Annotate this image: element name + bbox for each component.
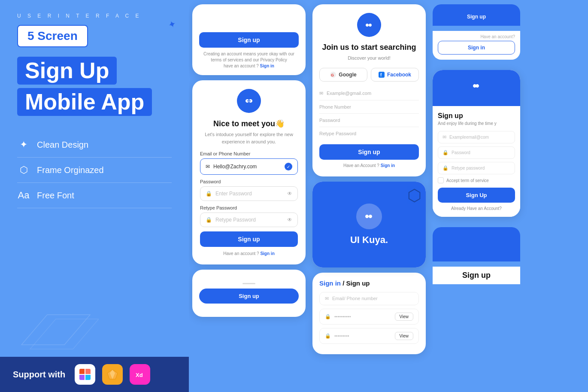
feature-item-clean: ✦ Clean Design <box>17 132 172 158</box>
xd-icon: Xd <box>130 364 150 385</box>
phone-column-2: Join us to start searching Discover your… <box>309 0 429 392</box>
left-panel: U S E R I N T E R F A C E 5 Screen ✦ Sig… <box>0 0 189 392</box>
view-btn-1[interactable]: View <box>395 313 414 321</box>
free-font-label: Free Font <box>37 191 74 201</box>
card-top-blue-strip: Sign up <box>433 4 520 26</box>
sign-up-title: Sign Up <box>17 57 117 85</box>
sketch-icon <box>102 364 123 385</box>
checkbox-row: Accept term of service <box>438 177 515 183</box>
screen-badge: 5 Screen <box>17 25 88 47</box>
sparkle-icon: ✦ <box>17 139 30 150</box>
lock-icon-signin: 🔒 <box>325 314 331 319</box>
phone-field-3[interactable]: Phone Number <box>319 100 419 114</box>
mobile-app-title: Mobile App <box>17 88 152 116</box>
svg-text:Xd: Xd <box>136 372 143 378</box>
card-partial-top: Sign up Creating an account means youre … <box>192 4 306 75</box>
lock-icon-right-2: 🔒 <box>443 165 449 171</box>
features-list: ✦ Clean Design ⬡ Frame Orginazed Aa Free… <box>17 132 172 208</box>
cube-deco: ⬡ <box>407 186 421 205</box>
have-account-3: Have an Account ? Sign in <box>319 163 419 168</box>
bottom-bar: Support with Xd <box>0 357 189 392</box>
retype-signin-field[interactable]: 🔒 ••••••••• View <box>319 328 419 344</box>
lock-icon-signin-2: 🔒 <box>325 333 331 339</box>
eye-icon-retype-2: 👁 <box>287 217 292 223</box>
feature-item-frame: ⬡ Frame Orginazed <box>17 158 172 183</box>
password-field-3[interactable]: Password <box>319 114 419 127</box>
mini-line <box>242 283 255 284</box>
card-title-2: Nice to meet you👋 <box>200 119 298 128</box>
envelope-icon-2: ✉ <box>206 164 210 170</box>
facebook-btn[interactable]: f Facebook <box>371 68 419 82</box>
card-ui-kuya: UI Kuya. ⬡ <box>312 182 426 267</box>
layers-icon: ⬡ <box>17 164 30 176</box>
signup-bottom-title: Sign up <box>438 271 515 280</box>
footer-text-1: Creating an account means youre okay wit… <box>199 51 299 69</box>
card-top-white-strip: Have an account? Sign in <box>433 31 520 60</box>
right-card-sub: And enjoy life during the time y <box>438 121 515 126</box>
feature-item-font: Aa Free Font <box>17 183 172 208</box>
email-right-field[interactable]: ✉ Exampleemail@com <box>438 131 515 143</box>
lock-icon-right: 🔒 <box>443 150 449 155</box>
social-buttons: G Google f Facebook <box>319 68 419 82</box>
already-text: Already Have an Account? <box>438 206 515 211</box>
envelope-icon-right: ✉ <box>443 134 446 140</box>
right-panels: Sign up Creating an account means youre … <box>189 0 588 392</box>
signup-btn-right[interactable]: Sign Up <box>438 188 515 203</box>
kuya-title: UI Kuya. <box>350 234 388 246</box>
retype-right-field[interactable]: 🔒 Retype password <box>438 162 515 174</box>
title-block: Sign Up Mobile App <box>17 57 172 116</box>
password-input-2[interactable]: 🔒 Enter Password 👁 <box>200 186 298 201</box>
signup-button-1[interactable]: Sign up <box>199 32 299 48</box>
email-label-2: Email or Phone Number <box>200 151 298 156</box>
view-btn-2[interactable]: View <box>395 332 414 340</box>
card-signin: Sign in / Sign up ✉ Email/ Phone number … <box>312 273 426 354</box>
partial-signup-btn[interactable]: Sign up <box>199 289 299 304</box>
accept-checkbox[interactable] <box>438 177 444 183</box>
signup-btn-3[interactable]: Sign up <box>319 144 419 160</box>
signin-title: Sign in / Sign up <box>319 280 419 287</box>
card-subtitle-2: Let's intoduce yourself for explore the … <box>200 131 298 145</box>
card-right-blue-top <box>433 70 520 106</box>
eye-icon-2: 👁 <box>287 191 292 197</box>
checkbox-label: Accept term of service <box>446 178 489 183</box>
password-right-field[interactable]: 🔒 Password <box>438 146 515 159</box>
retype-input-2[interactable]: 🔒 Retype Password 👁 <box>200 213 298 227</box>
card-bottom-partial: Sign up <box>192 270 306 317</box>
card-logo-1 <box>200 89 298 113</box>
ui-label: U S E R I N T E R F A C E <box>17 13 172 19</box>
check-icon-2: ✓ <box>285 163 292 170</box>
frame-organized-label: Frame Orginazed <box>37 165 104 175</box>
have-account-2: Have an account ? Sign in <box>200 251 298 256</box>
font-icon: Aa <box>17 190 30 201</box>
envelope-icon-signin: ✉ <box>325 296 329 301</box>
card-logo-3 <box>319 13 419 37</box>
card-right-white-area: Sign up And enjoy life during the time y… <box>433 106 520 217</box>
figma-icon <box>75 364 95 385</box>
google-btn[interactable]: G Google <box>319 68 367 82</box>
join-title: Join us to start searching <box>319 43 419 52</box>
retype-label-2: Retype Password <box>200 205 298 210</box>
envelope-icon-3: ✉ <box>319 91 323 96</box>
phone-column-3: Sign up Have an account? Sign in Sign up… <box>429 0 524 392</box>
card-join: Join us to start searching Discover your… <box>312 4 426 176</box>
card-bottom-blue-right <box>433 227 520 261</box>
right-card-title: Sign up <box>438 112 515 120</box>
card-main-signup: Nice to meet you👋 Let's intoduce yoursel… <box>192 80 306 264</box>
signup-btn-top-right[interactable]: Sign up <box>446 8 506 26</box>
signin-btn-right[interactable]: Sign in <box>438 41 515 55</box>
retype-field-3[interactable]: Retype Password <box>319 127 419 140</box>
signup-button-2[interactable]: Sign up <box>200 231 298 247</box>
join-subtitle: Discover your world! <box>319 55 419 62</box>
email-input-2[interactable]: ✉ Hello@Zachry.com ✓ <box>200 158 298 175</box>
password-signin-field[interactable]: 🔒 •••••••••• View <box>319 309 419 325</box>
support-text: Support with <box>13 370 65 380</box>
clean-design-label: Clean Design <box>37 140 88 150</box>
card-bottom-white-right: Sign up <box>433 267 520 284</box>
email-signin-field[interactable]: ✉ Email/ Phone number <box>319 292 419 305</box>
lock-icon-retype-2: 🔒 <box>206 217 212 223</box>
password-label-2: Password <box>200 179 298 184</box>
deco-lines <box>13 310 99 353</box>
svg-text:G: G <box>331 73 334 77</box>
small-logo-right <box>467 76 486 96</box>
email-field-3[interactable]: ✉ Example@gmail.com <box>319 87 419 100</box>
